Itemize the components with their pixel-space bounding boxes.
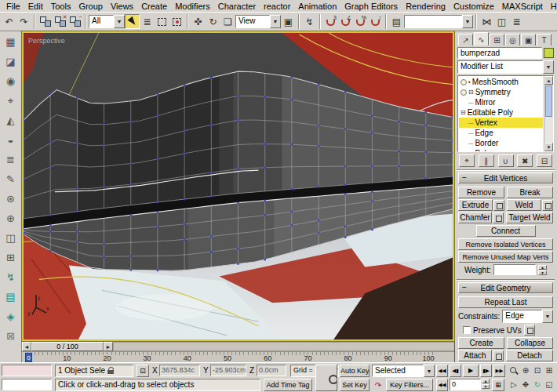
selection-filter-dropdown[interactable]: All▼ — [89, 15, 125, 28]
field-of-view-icon[interactable]: ▷ — [508, 378, 519, 391]
left-tool-13-icon[interactable]: ↯ — [1, 267, 20, 287]
display-tab[interactable]: ▣ — [521, 34, 536, 45]
stack-item-mirror[interactable]: ─Mirror — [459, 97, 543, 107]
weld-settings-icon[interactable] — [542, 200, 553, 211]
menu-reactor[interactable]: reactor — [260, 2, 294, 12]
select-and-link-icon[interactable] — [38, 14, 53, 29]
menu-character[interactable]: Character — [214, 2, 260, 12]
viewport-perspective[interactable]: z x y Perspective — [22, 31, 454, 341]
menu-help[interactable]: Help — [547, 2, 557, 12]
stack-item-edge[interactable]: ─Edge — [459, 128, 543, 138]
y-coordinate-field[interactable]: -25.903cm — [210, 365, 246, 376]
reference-coordinate-dropdown[interactable]: View▼ — [235, 15, 281, 28]
create-button[interactable]: Create — [458, 337, 504, 349]
stack-item-vertex[interactable]: ─Vertex — [459, 118, 543, 128]
attach-button[interactable]: Attach — [458, 350, 492, 361]
left-tool-03-icon[interactable]: ◉ — [1, 71, 20, 91]
use-pivot-center-icon[interactable]: ▣ — [281, 14, 296, 29]
weight-field[interactable] — [493, 264, 536, 275]
next-frame-icon[interactable]: ▮▶ — [480, 365, 492, 377]
set-key-button[interactable]: Set Key — [340, 379, 370, 391]
z-coordinate-field[interactable]: 0.0cm — [257, 365, 286, 376]
absolute-offset-toggle-icon[interactable]: ⊡ — [137, 365, 149, 377]
configure-modifier-sets-icon[interactable]: ⊟ — [537, 154, 552, 167]
break-button[interactable]: Break — [507, 187, 553, 198]
left-tool-02-icon[interactable]: ◪ — [1, 52, 20, 71]
menu-group[interactable]: Group — [75, 2, 107, 12]
constraints-dropdown[interactable]: Edge ▼ — [502, 310, 553, 323]
key-filters-button[interactable]: Key Filters... — [386, 379, 433, 391]
pin-stack-icon[interactable]: ⌖ — [459, 154, 475, 167]
weld-button[interactable]: Weld — [507, 199, 541, 211]
remove-isolated-vertices-button[interactable]: Remove Isolated Vertices — [458, 238, 553, 250]
named-selection-dropdown[interactable]: ▼ — [404, 15, 473, 28]
select-and-rotate-icon[interactable]: ↻ — [206, 14, 220, 29]
zoom-extents-icon[interactable]: ⊡ — [532, 364, 543, 377]
window-crossing-icon[interactable] — [169, 14, 184, 29]
new-key-curve-icon[interactable]: ↷ — [372, 379, 384, 392]
percent-snap-icon[interactable]: % — [353, 14, 368, 29]
connect-button[interactable]: Connect — [476, 225, 536, 237]
stack-item-meshsmooth[interactable]: ▪MeshSmooth — [459, 77, 543, 87]
select-object-button[interactable] — [125, 14, 140, 29]
create-tab[interactable]: ↗ — [458, 34, 473, 45]
left-tool-09-icon[interactable]: ⊛ — [1, 189, 20, 209]
redo-icon[interactable]: ↷ — [16, 14, 31, 29]
left-tool-06-icon[interactable]: ◒ — [1, 130, 20, 150]
menu-modifiers[interactable]: Modifiers — [171, 2, 214, 12]
show-end-result-icon[interactable]: ∥ — [479, 154, 494, 167]
play-button[interactable]: ▶ — [463, 365, 479, 377]
unlink-selection-icon[interactable]: ✕ — [53, 14, 67, 29]
menu-tools[interactable]: Tools — [47, 2, 75, 12]
chevron-down-icon[interactable]: ▼ — [542, 310, 553, 323]
menu-animation[interactable]: Animation — [294, 2, 340, 12]
edit-vertices-rollout-header[interactable]: − Edit Vertices — [458, 172, 553, 183]
frame-spinner[interactable]: ▲▼ — [482, 379, 490, 389]
preserve-uvs-settings-icon[interactable] — [524, 325, 535, 336]
mirror-icon[interactable]: ⋈ — [479, 14, 494, 29]
expand-icon[interactable]: ⊟ — [468, 89, 474, 96]
zoom-all-icon[interactable]: ⊕ — [520, 364, 531, 377]
left-tool-11-icon[interactable]: ◫ — [1, 228, 20, 248]
left-tool-16-icon[interactable]: ⊠ — [1, 326, 20, 346]
track-bar-frame-marker[interactable]: 0 — [25, 353, 32, 362]
selection-lock-icon[interactable] — [107, 367, 115, 375]
chamfer-button[interactable]: Chamfer — [458, 212, 492, 223]
previous-frame-icon[interactable]: ◀▮ — [450, 365, 461, 377]
time-slider-track[interactable] — [113, 342, 454, 351]
zoom-extents-all-icon[interactable]: ⊞ — [544, 364, 555, 377]
pan-hand-icon[interactable]: ✥ — [520, 378, 531, 391]
modify-tab[interactable]: ∿ — [474, 32, 489, 45]
menu-edit[interactable]: Edit — [24, 2, 47, 12]
left-tool-15-icon[interactable]: ◈ — [1, 307, 20, 326]
stack-item-polygon[interactable]: ─Polygon — [459, 148, 543, 152]
zoom-icon[interactable] — [508, 364, 519, 377]
chamfer-settings-icon[interactable] — [493, 212, 504, 223]
bulb-icon[interactable] — [461, 79, 467, 85]
object-color-swatch[interactable] — [544, 48, 554, 58]
left-tool-07-icon[interactable]: ≣ — [1, 150, 20, 169]
maxscript-mini-listener[interactable] — [2, 379, 52, 390]
chevron-down-icon[interactable]: ▼ — [114, 15, 125, 28]
scroll-up-icon[interactable]: ▲ — [544, 76, 553, 85]
viewport-label[interactable]: Perspective — [28, 37, 65, 45]
bulb-icon[interactable] — [461, 89, 467, 96]
time-slider-right-arrow[interactable]: ► — [104, 342, 113, 351]
stack-item-border[interactable]: ─Border — [459, 138, 543, 148]
layers-icon[interactable]: ≣ — [509, 14, 524, 29]
go-to-start-icon[interactable]: ◀◀ — [436, 365, 448, 377]
remove-modifier-icon[interactable]: ✖ — [517, 154, 533, 167]
collapse-button[interactable]: Collapse — [507, 337, 553, 349]
go-to-end-icon[interactable]: ▶▶ — [493, 365, 505, 377]
set-keys-key-icon[interactable] — [315, 365, 337, 391]
menu-customize[interactable]: Customize — [450, 2, 498, 12]
left-tool-04-icon[interactable]: ⌖ — [1, 91, 20, 111]
chevron-down-icon[interactable]: ▼ — [462, 15, 473, 28]
track-bar[interactable]: 0 102030405060708090100 — [22, 351, 454, 362]
select-and-manipulate-icon[interactable]: ↯ — [302, 14, 317, 29]
chevron-down-icon[interactable]: ▼ — [543, 60, 554, 74]
add-time-tag-button[interactable]: Add Time Tag — [264, 379, 312, 391]
attach-settings-icon[interactable] — [493, 350, 504, 361]
bind-to-space-warp-icon[interactable]: ~ — [67, 14, 82, 29]
left-tool-05-icon[interactable]: ◭ — [1, 111, 20, 130]
